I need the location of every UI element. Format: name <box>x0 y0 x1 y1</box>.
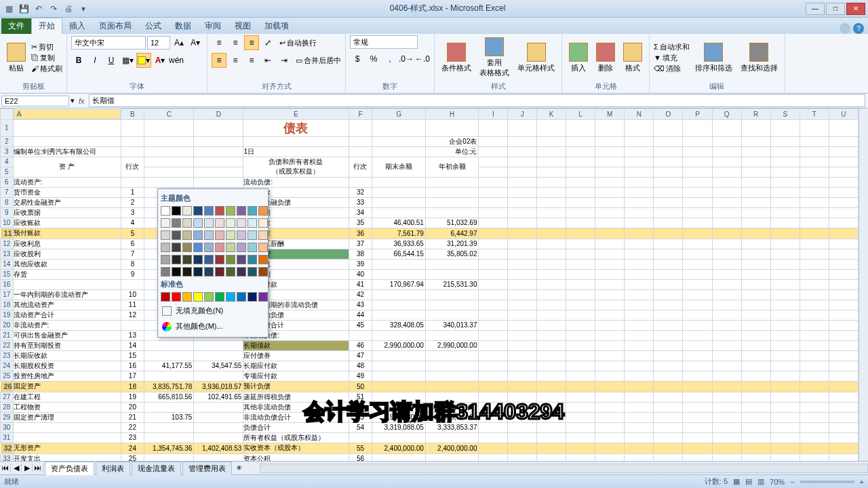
color-swatch[interactable] <box>258 206 268 216</box>
color-swatch[interactable] <box>182 206 192 216</box>
row-header[interactable]: 24 <box>1 361 14 371</box>
col-header[interactable]: C <box>144 109 194 120</box>
color-swatch[interactable] <box>161 230 170 240</box>
row-header[interactable]: 25 <box>1 371 14 381</box>
close-button[interactable]: ✕ <box>846 3 865 15</box>
color-swatch[interactable] <box>215 206 224 216</box>
row-header[interactable]: 13 <box>1 249 14 259</box>
cut-button[interactable]: ✂剪切 <box>31 42 62 52</box>
color-swatch[interactable] <box>172 206 181 216</box>
scrollbar-horizontal[interactable] <box>260 464 868 473</box>
col-header[interactable]: B <box>121 109 144 120</box>
color-swatch[interactable] <box>182 243 192 252</box>
col-header[interactable]: M <box>595 109 625 120</box>
row-header[interactable]: 15 <box>1 269 14 279</box>
painter-button[interactable]: 🖌格式刷 <box>31 64 62 74</box>
row-header[interactable]: 33 <box>1 453 14 461</box>
fill-button[interactable]: ▼填充 <box>654 53 690 63</box>
zoom-slider[interactable] <box>800 481 854 483</box>
tab-nav-prev-icon[interactable]: ◀ <box>11 464 22 472</box>
color-swatch[interactable] <box>237 243 246 252</box>
name-box[interactable]: E22 <box>1 96 69 106</box>
color-swatch[interactable] <box>237 230 246 240</box>
col-header[interactable]: A <box>14 109 121 119</box>
col-header[interactable]: I <box>479 109 508 120</box>
color-swatch[interactable] <box>226 292 235 302</box>
color-swatch[interactable] <box>237 267 246 277</box>
delete-cell-button[interactable]: 删除 <box>593 41 618 75</box>
color-swatch[interactable] <box>237 206 246 216</box>
color-swatch[interactable] <box>193 255 203 264</box>
color-swatch[interactable] <box>248 255 257 264</box>
align-bot-icon[interactable]: ≡ <box>244 35 259 50</box>
select-all-corner[interactable] <box>1 109 14 120</box>
maximize-button[interactable]: □ <box>826 3 845 15</box>
color-swatch[interactable] <box>204 243 214 252</box>
color-swatch[interactable] <box>182 230 192 240</box>
view-break-icon[interactable]: ▥ <box>757 477 764 486</box>
view-layout-icon[interactable]: ▤ <box>745 477 752 486</box>
clear-button[interactable]: ⌫清除 <box>654 64 690 74</box>
color-swatch[interactable] <box>248 267 257 277</box>
col-header[interactable]: T <box>800 109 829 120</box>
col-header[interactable]: J <box>508 109 537 120</box>
tab-insert[interactable]: 插入 <box>62 18 92 34</box>
row-header[interactable]: 10 <box>1 218 14 228</box>
tab-layout[interactable]: 页面布局 <box>92 18 138 34</box>
conditional-format-button[interactable]: 条件格式 <box>439 41 474 75</box>
save-icon[interactable]: 💾 <box>18 3 30 15</box>
copy-button[interactable]: ⿻复制 <box>31 53 62 63</box>
color-swatch[interactable] <box>182 218 192 228</box>
find-select-button[interactable]: 查找和选择 <box>738 41 781 75</box>
phonetic-button[interactable]: wén <box>169 53 184 68</box>
row-header[interactable]: 21 <box>1 330 14 340</box>
insert-cell-button[interactable]: 插入 <box>566 41 591 75</box>
color-swatch[interactable] <box>226 230 235 240</box>
col-header[interactable]: Q <box>712 109 741 120</box>
tab-review[interactable]: 审阅 <box>198 18 228 34</box>
row-header[interactable]: 18 <box>1 300 14 310</box>
zoom-in-icon[interactable]: + <box>860 478 864 486</box>
fill-color-button[interactable]: ▾ <box>136 53 151 68</box>
col-header[interactable]: R <box>741 109 770 120</box>
font-size-select[interactable]: 12 <box>147 36 170 49</box>
color-swatch[interactable] <box>226 218 235 228</box>
sheet-tab[interactable]: 资产负债表 <box>45 462 94 475</box>
color-swatch[interactable] <box>193 267 203 277</box>
color-swatch[interactable] <box>161 292 170 302</box>
color-swatch[interactable] <box>226 243 235 252</box>
no-fill-item[interactable]: 无填充颜色(N) <box>161 303 265 319</box>
zoom-level[interactable]: 70% <box>770 478 785 486</box>
col-header[interactable]: K <box>537 109 566 120</box>
color-swatch[interactable] <box>215 243 224 252</box>
tab-nav-first-icon[interactable]: ⏮ <box>0 464 11 472</box>
tab-data[interactable]: 数据 <box>168 18 198 34</box>
color-swatch[interactable] <box>204 230 214 240</box>
new-sheet-icon[interactable]: ✳ <box>232 464 246 472</box>
color-swatch[interactable] <box>237 292 246 302</box>
row-header[interactable]: 22 <box>1 340 14 350</box>
orientation-icon[interactable]: ⤢ <box>260 35 275 50</box>
color-swatch[interactable] <box>204 206 214 216</box>
grow-font-icon[interactable]: A▴ <box>172 35 186 50</box>
color-swatch[interactable] <box>258 218 268 228</box>
sheet-tab[interactable]: 利润表 <box>96 462 130 475</box>
color-swatch[interactable] <box>172 230 181 240</box>
color-swatch[interactable] <box>226 206 235 216</box>
color-swatch[interactable] <box>258 267 268 277</box>
row-header[interactable]: 17 <box>1 289 14 300</box>
help-icon[interactable]: ? <box>853 23 864 34</box>
minimize-ribbon-icon[interactable] <box>840 23 850 34</box>
tab-nav-last-icon[interactable]: ⏭ <box>33 464 43 472</box>
sheet-tab[interactable]: 管理费用表 <box>182 462 232 475</box>
undo-icon[interactable]: ↶ <box>33 3 45 15</box>
row-header[interactable]: 19 <box>1 310 14 320</box>
col-header[interactable]: L <box>566 109 595 120</box>
bold-button[interactable]: B <box>71 53 86 68</box>
color-swatch[interactable] <box>161 218 170 228</box>
color-swatch[interactable] <box>204 292 214 302</box>
row-header[interactable]: 23 <box>1 350 14 361</box>
color-swatch[interactable] <box>172 255 181 264</box>
col-header[interactable]: U <box>829 109 858 120</box>
col-header[interactable]: H <box>425 109 479 120</box>
